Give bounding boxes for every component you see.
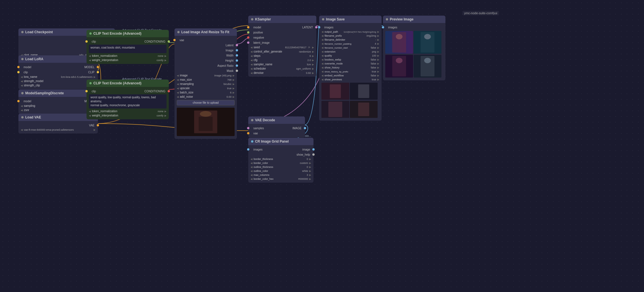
lora-model-out[interactable] (97, 66, 99, 68)
clip2-clip-port: clip CONDITIONING (87, 89, 169, 94)
load-image-image-out[interactable] (236, 49, 238, 51)
preview-image-grid (385, 31, 443, 78)
clip1-title: CLIP Text Encode (Advanced) (93, 32, 142, 36)
load-lora-title: Load LoRA (25, 57, 43, 61)
load-image-node: Load Image And Resize To Fit vae Latent … (174, 28, 237, 139)
show-history-field: ◀ show_history false ▶ (319, 66, 382, 70)
outline-thickness-field: ◀ outline_thickness 0 ▶ (248, 165, 313, 169)
clip2-dot (89, 82, 92, 84)
load-lora-node: Load LoRA model MODEL clip CLIP ◀ lora_n… (18, 55, 98, 89)
msd-model-in[interactable] (17, 100, 20, 102)
border-thickness-field: ◀ border_thickness 0 ▶ (248, 157, 313, 161)
image-save-node: Image Save images ◀ output_path lcm/[tim… (319, 16, 382, 121)
sampling-field: ◀ sampling lcm ▶ (18, 104, 98, 108)
image-save-in[interactable] (318, 26, 320, 28)
grid-panel-show-help-port: show_help (248, 152, 313, 157)
ksampler-positive-port: positive (248, 30, 316, 35)
lora-model-in[interactable] (17, 66, 20, 68)
seed-randomize-btn[interactable]: ⟳ (308, 46, 311, 49)
vae-header: Load VAE (18, 114, 98, 121)
load-image-dot (177, 31, 180, 33)
ksampler-latent-out[interactable] (315, 26, 317, 28)
clip-encode-1-node: CLIP Text Encode (Advanced) clip CONDITI… (87, 30, 169, 64)
vae-decode-samples-in[interactable] (247, 127, 249, 129)
image-file-field: ◀ image image (49).png ▶ (174, 73, 237, 78)
load-image-width-port: Width (174, 53, 237, 58)
preview-in[interactable] (382, 26, 384, 28)
port-clip-left: clip CLIP (18, 70, 98, 75)
vae-decode-image-out[interactable] (304, 127, 306, 129)
grid-panel-image-out[interactable] (312, 148, 315, 151)
extension-field: ◀ extension png ▶ (319, 50, 382, 54)
image-save-previews (321, 83, 379, 118)
clip1-text[interactable]: woman, coat boots skirt, mountains (89, 45, 167, 53)
vae-decode-node: VAE Decode samples IMAGE vae (248, 116, 305, 137)
svg-rect-9 (328, 102, 342, 117)
svg-rect-11 (358, 103, 369, 116)
clip1-dot (89, 32, 92, 35)
filename-number-start-field: ◀ filename_number_start false ▶ (319, 46, 382, 50)
strength-clip-field: ◀ strength_clip 1.00 ▶ (18, 83, 98, 87)
lora-clip-in[interactable] (17, 71, 20, 73)
svg-rect-5 (330, 84, 341, 98)
msd-dot (21, 92, 24, 94)
filename-delimiter-field: ◀ filename_delimiter - ▶ (319, 38, 382, 42)
load-image-mask-port: Mask (174, 68, 237, 73)
image-save-title: Image Save (326, 17, 345, 21)
svg-point-23 (424, 58, 431, 63)
lora-dot (21, 58, 24, 60)
msd-model-port: model MODEL (18, 99, 98, 104)
lora-clip-out[interactable] (97, 71, 99, 73)
ksampler-node: KSampler model LATENT positive negative … (248, 16, 316, 77)
msd-title: ModelSamplingDiscrete (25, 91, 64, 95)
clip1-cond-out[interactable] (168, 40, 170, 43)
ksampler-latent-in[interactable] (247, 41, 249, 44)
scheduler-field: ◀ scheduler sgm_uniform ▶ (248, 66, 316, 71)
load-image-height-out[interactable] (236, 59, 238, 62)
filename-prefix-field: ◀ filename_prefix img2img ▶ (319, 34, 382, 38)
load-image-latent-out[interactable] (236, 44, 238, 46)
ksampler-latent-port: latent_image (248, 40, 316, 45)
vae-decode-header: VAE Decode (248, 116, 305, 124)
add-noise-field: ◀ add_noise 0.00 ▶ (174, 95, 237, 99)
choose-file-button[interactable]: choose file to upload (177, 100, 235, 105)
filename-number-padding-field: ◀ filename_number_padding 4 ▶ (319, 42, 382, 46)
load-vae-node: Load VAE VAE ◀ vae-ft-mse-840000-ema-pru… (18, 114, 98, 134)
load-image-ar-out[interactable] (236, 64, 238, 67)
clip1-token-norm: ◀ token_normalization none ▶ (87, 54, 169, 58)
load-image-width-out[interactable] (236, 54, 238, 57)
ksampler-pos-in[interactable] (247, 31, 249, 34)
clip2-in[interactable] (85, 90, 88, 92)
zsnr-field: ◀ zsnr false ▶ (18, 108, 98, 112)
show-previews-field: ◀ show_previews true ▶ (319, 78, 382, 82)
overwrite-mode-field: ◀ overwrite_mode false ▶ (319, 62, 382, 66)
vae-decode-title: VAE Decode (255, 118, 275, 122)
grid-panel-in[interactable] (247, 148, 249, 151)
vae-name-field: ◀ vae-ft-mse-840000-ema-pruned.safetenso… (18, 128, 98, 132)
clip1-clip-port: clip CONDITIONING (87, 39, 169, 44)
node-dot (21, 31, 24, 33)
clip2-weight-interp: ◀ weight_interpretation comfy ▶ (87, 113, 169, 118)
ksampler-model-in[interactable] (247, 26, 249, 28)
vae-decode-vae-in[interactable] (247, 132, 249, 134)
load-image-vae-in[interactable] (173, 39, 176, 41)
clip2-cond-out[interactable] (168, 90, 170, 92)
resampling-field: ◀ resampling bicubic ▶ (174, 82, 237, 86)
clip1-in[interactable] (85, 40, 88, 43)
cfg-field: ◀ cfg 2.0 ▶ (248, 58, 316, 62)
outline-color-field: ◀ outline_color white ▶ (248, 169, 313, 173)
control-after-field: ◀ control_after_generate randomize ▶ (248, 49, 316, 54)
load-image-height-port: Height (174, 58, 237, 63)
vae-out[interactable] (97, 124, 99, 126)
grid-panel-help-out[interactable] (312, 153, 315, 156)
grid-panel-title: CR Image Grid Panel (255, 139, 289, 143)
ksampler-model-port: model LATENT (248, 25, 316, 30)
load-image-vae-port: vae (174, 37, 237, 43)
clip-encode-2-node: CLIP Text Encode (Advanced) clip CONDITI… (87, 80, 169, 119)
ksampler-neg-in[interactable] (247, 36, 249, 39)
embed-workflow-field: ◀ embed_workflow false ▶ (319, 74, 382, 78)
upscale-field: ◀ upscale true ▶ (174, 86, 237, 90)
show-history-prefix-field: ◀ show_history_by_prefix true ▶ (319, 70, 382, 74)
load-image-mask-out[interactable] (236, 70, 238, 72)
clip2-text[interactable]: worst quality, low quality, normal quali… (89, 94, 167, 109)
